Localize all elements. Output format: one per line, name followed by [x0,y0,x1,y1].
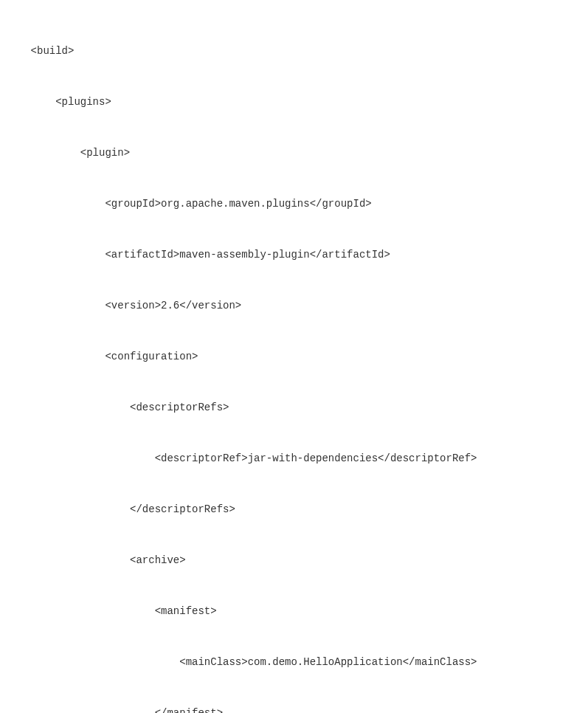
code-line: <plugins> [6,94,582,111]
code-line: <archive> [6,552,582,569]
code-line: <descriptorRefs> [6,399,582,416]
code-line: <manifest> [6,603,582,620]
code-line: <version>2.6</version> [6,297,582,314]
code-line: <artifactId>maven-assembly-plugin</artif… [6,247,582,264]
code-line: <plugin> [6,145,582,162]
code-line: <descriptorRef>jar-with-dependencies</de… [6,450,582,467]
code-line: <configuration> [6,348,582,365]
code-line: <build> [6,43,582,60]
code-line: </descriptorRefs> [6,501,582,518]
code-block: <build> <plugins> <plugin> <groupId>org.… [6,9,582,713]
code-line: </manifest> [6,705,582,713]
code-line: <groupId>org.apache.maven.plugins</group… [6,196,582,213]
code-line: <mainClass>com.demo.HelloApplication</ma… [6,654,582,671]
